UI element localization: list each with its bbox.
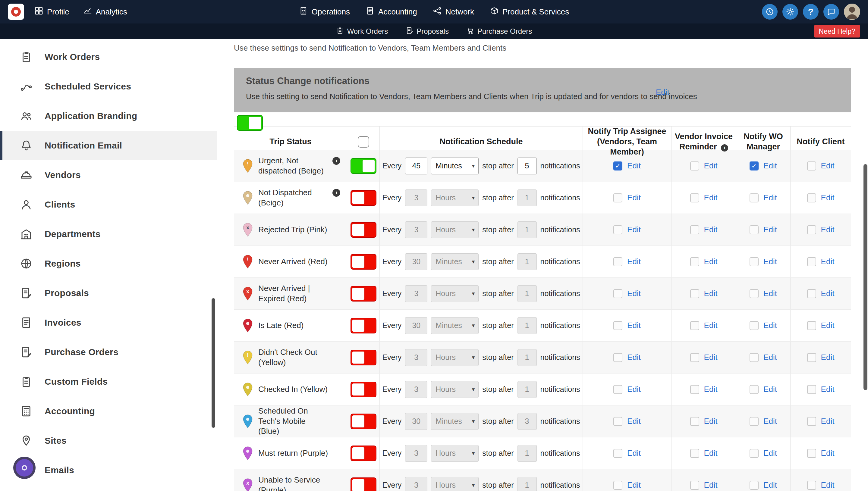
unit-select[interactable]: Hours▾ <box>431 445 479 462</box>
edit-link[interactable]: Edit <box>821 416 835 426</box>
notify-checkbox[interactable] <box>690 162 699 171</box>
nav-item-profile[interactable]: Profile <box>34 6 69 18</box>
edit-link[interactable]: Edit <box>704 225 718 234</box>
edit-link[interactable]: Edit <box>627 193 641 202</box>
row-status-toggle[interactable] <box>351 445 376 461</box>
edit-link[interactable]: Edit <box>763 225 777 234</box>
notify-checkbox[interactable] <box>690 481 699 490</box>
row-status-toggle[interactable] <box>351 190 376 206</box>
unit-select[interactable]: Hours▾ <box>431 222 479 238</box>
notify-checkbox[interactable] <box>613 449 622 458</box>
nav-item-accounting[interactable]: Accounting <box>366 6 417 18</box>
edit-link[interactable]: Edit <box>704 193 718 202</box>
notify-checkbox[interactable] <box>807 481 816 490</box>
need-help-button[interactable]: Need Help? <box>814 25 860 38</box>
edit-link[interactable]: Edit <box>821 481 835 490</box>
notify-checkbox[interactable] <box>690 353 699 362</box>
info-icon[interactable]: i <box>332 189 340 197</box>
history-button[interactable] <box>762 4 778 20</box>
row-status-toggle[interactable] <box>351 318 376 334</box>
notify-checkbox[interactable] <box>750 289 759 298</box>
row-status-toggle[interactable] <box>351 478 376 491</box>
help-button[interactable]: ? <box>803 4 818 20</box>
edit-link[interactable]: Edit <box>627 161 641 171</box>
edit-link[interactable]: Edit <box>763 385 777 394</box>
edit-link[interactable]: Edit <box>627 257 641 266</box>
edit-link[interactable]: Edit <box>704 416 718 426</box>
notify-checkbox[interactable] <box>807 257 816 266</box>
status-change-toggle[interactable] <box>237 115 263 131</box>
nav-item-network[interactable]: Network <box>433 6 474 18</box>
unit-select[interactable]: Hours▾ <box>431 477 479 491</box>
edit-link[interactable]: Edit <box>704 449 718 458</box>
row-status-toggle[interactable] <box>351 286 376 301</box>
edit-link[interactable]: Edit <box>704 161 718 171</box>
banner-edit-link[interactable]: Edit <box>656 88 669 97</box>
notify-checkbox[interactable]: ✓ <box>750 162 759 171</box>
edit-link[interactable]: Edit <box>763 321 777 330</box>
edit-link[interactable]: Edit <box>763 289 777 298</box>
edit-link[interactable]: Edit <box>704 321 718 330</box>
edit-link[interactable]: Edit <box>821 289 835 298</box>
notify-checkbox[interactable] <box>750 481 759 490</box>
edit-link[interactable]: Edit <box>763 416 777 426</box>
notify-checkbox[interactable] <box>807 162 816 171</box>
sidebar-item-work-orders[interactable]: Work Orders <box>0 42 217 72</box>
notify-checkbox[interactable] <box>613 193 622 202</box>
notify-checkbox[interactable] <box>807 193 816 202</box>
edit-link[interactable]: Edit <box>821 257 835 266</box>
nav-item-operations[interactable]: Operations <box>299 6 350 18</box>
notify-checkbox[interactable] <box>750 417 759 426</box>
edit-link[interactable]: Edit <box>821 321 835 330</box>
edit-link[interactable]: Edit <box>627 416 641 426</box>
unit-select[interactable]: Hours▾ <box>431 190 479 206</box>
row-status-toggle[interactable] <box>351 254 376 269</box>
edit-link[interactable]: Edit <box>821 161 835 171</box>
edit-link[interactable]: Edit <box>627 225 641 234</box>
notify-checkbox[interactable] <box>807 449 816 458</box>
notify-checkbox[interactable] <box>690 321 699 330</box>
notify-checkbox[interactable] <box>613 289 622 298</box>
notify-checkbox[interactable] <box>690 193 699 202</box>
sidebar-scrollbar[interactable] <box>212 298 215 428</box>
notify-checkbox[interactable] <box>690 449 699 458</box>
sidebar-item-vendors[interactable]: Vendors <box>0 160 217 190</box>
edit-link[interactable]: Edit <box>763 193 777 202</box>
edit-link[interactable]: Edit <box>763 257 777 266</box>
sidebar-item-departments[interactable]: Departments <box>0 219 217 249</box>
notify-checkbox[interactable]: ✓ <box>613 162 622 171</box>
row-status-toggle[interactable] <box>351 222 376 238</box>
notify-checkbox[interactable] <box>750 385 759 394</box>
edit-link[interactable]: Edit <box>627 353 641 362</box>
edit-link[interactable]: Edit <box>627 289 641 298</box>
sidebar-item-purchase-orders[interactable]: Purchase Orders <box>0 337 217 367</box>
sidebar-item-scheduled-services[interactable]: Scheduled Services <box>0 72 217 101</box>
notify-checkbox[interactable] <box>613 481 622 490</box>
edit-link[interactable]: Edit <box>763 353 777 362</box>
notify-checkbox[interactable] <box>613 417 622 426</box>
edit-link[interactable]: Edit <box>821 385 835 394</box>
notify-checkbox[interactable] <box>613 321 622 330</box>
sidebar-item-proposals[interactable]: Proposals <box>0 278 217 308</box>
sidebar-item-accounting[interactable]: Accounting <box>0 397 217 426</box>
unit-select[interactable]: Hours▾ <box>431 285 479 302</box>
notify-checkbox[interactable] <box>750 193 759 202</box>
edit-link[interactable]: Edit <box>821 353 835 362</box>
edit-link[interactable]: Edit <box>821 449 835 458</box>
row-status-toggle[interactable] <box>351 382 376 397</box>
sidebar-item-application-branding[interactable]: Application Branding <box>0 101 217 131</box>
unit-select[interactable]: Minutes▾ <box>431 157 479 174</box>
nav-item-analytics[interactable]: Analytics <box>83 6 127 18</box>
sidebar-item-regions[interactable]: Regions <box>0 249 217 278</box>
edit-link[interactable]: Edit <box>763 481 777 490</box>
edit-link[interactable]: Edit <box>704 385 718 394</box>
edit-link[interactable]: Edit <box>704 257 718 266</box>
notify-checkbox[interactable] <box>690 417 699 426</box>
notify-checkbox[interactable] <box>750 449 759 458</box>
app-logo[interactable] <box>8 4 24 20</box>
sidebar-item-sites[interactable]: Sites <box>0 426 217 456</box>
unit-select[interactable]: Hours▾ <box>431 349 479 366</box>
notify-checkbox[interactable] <box>807 321 816 330</box>
notify-checkbox[interactable] <box>750 257 759 266</box>
edit-link[interactable]: Edit <box>821 225 835 234</box>
